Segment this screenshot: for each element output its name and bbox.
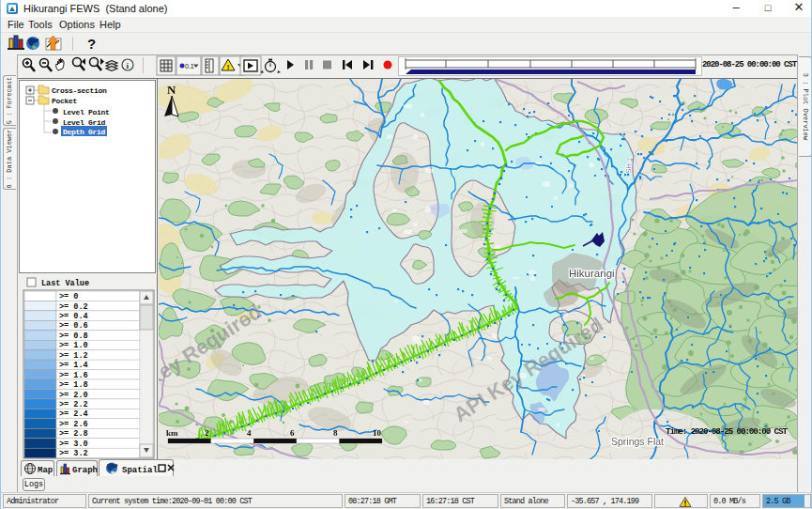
- svg-text:Hikurangi: Hikurangi: [569, 268, 615, 279]
- svg-text:>= 2.0: >= 2.0: [59, 391, 88, 400]
- svg-text:>= 0.6: >= 0.6: [59, 321, 88, 331]
- svg-text:>= 1.2: >= 1.2: [59, 351, 88, 361]
- svg-text:2: 2: [205, 428, 209, 438]
- svg-text:km: km: [166, 428, 178, 438]
- svg-text:>= 1.4: >= 1.4: [59, 361, 88, 370]
- svg-text:?: ?: [87, 36, 96, 52]
- svg-text:Cross-section: Cross-section: [52, 86, 107, 95]
- svg-text:>= 1.6: >= 1.6: [59, 371, 88, 380]
- svg-text:Last Value: Last Value: [41, 279, 89, 288]
- svg-text:>= 2.2: >= 2.2: [59, 400, 88, 409]
- svg-text:>= 0.2: >= 0.2: [59, 302, 88, 312]
- svg-text:>= 0.4: >= 0.4: [59, 312, 88, 321]
- svg-text:>= 1.8: >= 1.8: [59, 380, 88, 390]
- svg-text:>= 1.0: >= 1.0: [59, 341, 88, 350]
- svg-text:i: i: [127, 61, 130, 70]
- svg-text:10: 10: [373, 428, 382, 438]
- svg-text:Time: 2020-08-25 00:00:00 CST: Time: 2020-08-25 00:00:00 CST: [666, 426, 788, 437]
- svg-text:Pocket: Pocket: [52, 97, 78, 105]
- svg-text:Level Point: Level Point: [63, 108, 110, 116]
- svg-text:Springs Flat: Springs Flat: [611, 436, 664, 447]
- svg-text:>= 3.2: >= 3.2: [59, 449, 88, 458]
- svg-text:Graph: Graph: [72, 466, 98, 475]
- svg-text:SH 1: SH 1: [624, 158, 634, 174]
- svg-text:6: 6: [290, 428, 295, 438]
- svg-text:>= 0.8: >= 0.8: [59, 332, 88, 341]
- svg-text:Spatial: Spatial: [122, 466, 158, 475]
- svg-text:>= 2.4: >= 2.4: [59, 409, 88, 419]
- svg-text:Level Grid: Level Grid: [63, 118, 106, 127]
- svg-text:>= 2.6: >= 2.6: [59, 420, 88, 429]
- svg-text:Map: Map: [38, 466, 53, 475]
- svg-text:>= 0: >= 0: [59, 292, 78, 301]
- svg-text:8: 8: [333, 428, 338, 438]
- svg-text:0.1: 0.1: [185, 63, 194, 69]
- svg-text:!: !: [227, 63, 230, 71]
- svg-text:Depth Grid: Depth Grid: [63, 128, 106, 136]
- svg-text:>= 2.8: >= 2.8: [59, 429, 88, 439]
- svg-text:>= 3.0: >= 3.0: [59, 440, 88, 449]
- svg-text:N: N: [167, 83, 176, 97]
- svg-text:4: 4: [247, 428, 252, 438]
